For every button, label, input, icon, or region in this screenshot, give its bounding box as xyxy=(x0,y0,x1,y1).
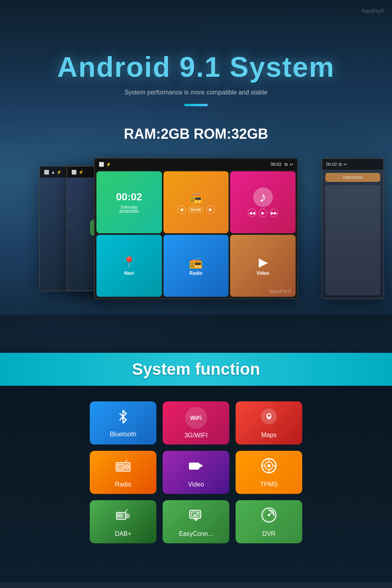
back-icon: ↩ xyxy=(290,162,293,167)
func-tile-radio[interactable]: Radio xyxy=(90,451,156,494)
status-icon-home2: ⬜ xyxy=(71,170,77,175)
hero-section: NaviFly® Android 9.1 System System perfo… xyxy=(0,0,392,353)
tile-clock[interactable]: 00:02 Saturday 2016/10/01 xyxy=(96,171,162,233)
tpms-icon xyxy=(260,457,278,478)
navifly-mark: NaviFly® xyxy=(269,288,291,294)
tile-music[interactable]: ♪ ◀◀ ▶ ▶▶ xyxy=(230,171,296,233)
svg-line-11 xyxy=(125,459,127,463)
back-right: ↩ xyxy=(343,162,347,167)
radio-wave-icon: 📻 xyxy=(189,191,203,204)
time-right: 00:02 xyxy=(326,162,337,167)
music-next-btn[interactable]: ▶▶ xyxy=(270,209,278,217)
func-tile-tpms[interactable]: TPMS xyxy=(236,451,302,494)
svg-point-29 xyxy=(127,515,128,517)
func-tile-dab[interactable]: DAB+ xyxy=(90,500,156,543)
func-tile-easyconn[interactable]: EasyConn... xyxy=(163,500,229,543)
func-tile-video[interactable]: Video xyxy=(163,451,229,494)
subtitle: System performance is more compatible an… xyxy=(125,89,268,96)
tile-radio[interactable]: 📻 ◀ BAND ▶ xyxy=(163,171,229,233)
window-icon: ⧉ xyxy=(285,162,288,167)
main-title: Android 9.1 System xyxy=(57,51,335,83)
func-tile-dvr[interactable]: DVR xyxy=(236,500,302,543)
music-prev-btn[interactable]: ◀◀ xyxy=(248,209,256,217)
svg-rect-12 xyxy=(189,463,199,470)
easyconn-icon xyxy=(187,506,205,527)
video-icon: ▶ xyxy=(259,256,267,269)
svg-rect-5 xyxy=(118,465,123,469)
svg-point-16 xyxy=(267,464,270,467)
svg-point-10 xyxy=(126,466,128,468)
right-content-area xyxy=(325,185,380,295)
dvr-label: DVR xyxy=(262,530,276,537)
function-grid: Bluetooth WiFi 3G/WIFI G Maps xyxy=(0,386,392,559)
prev-btn[interactable]: ◀ xyxy=(177,205,186,214)
accent-bar xyxy=(184,104,208,106)
video-fn-icon xyxy=(187,457,205,478)
svg-rect-22 xyxy=(118,514,122,517)
music-play-btn[interactable]: ▶ xyxy=(259,209,267,217)
next-btn[interactable]: ▶ xyxy=(206,205,215,214)
tile-navi[interactable]: 📍 Navi xyxy=(96,235,162,297)
status-icon-home: ⬜ xyxy=(44,170,49,175)
dab-icon xyxy=(114,506,132,527)
bluetooth-label: Bluetooth xyxy=(110,431,136,438)
video-fn-label: Video xyxy=(188,481,204,488)
func-tile-wifi[interactable]: WiFi 3G/WIFI xyxy=(163,401,229,445)
status-bar-main: ⬜ ⚡ 00:02 ⧉ ↩ xyxy=(95,159,297,170)
home-grid: 00:02 Saturday 2016/10/01 📻 ◀ BAND ▶ ♪ xyxy=(95,170,297,298)
svg-line-30 xyxy=(125,509,127,512)
home-icon-main: ⬜ xyxy=(99,162,104,167)
window-right: ⧉ xyxy=(339,162,342,167)
brand-tag: NaviFly® xyxy=(362,8,384,14)
radio2-icon: 📻 xyxy=(189,256,203,269)
screen-right: 00:02 ⧉ ↩ Instructions xyxy=(321,158,384,299)
wifi-label: 3G/WIFI xyxy=(184,432,208,439)
func-tile-maps[interactable]: G Maps xyxy=(236,401,302,445)
device-screens: ⬜ ▲ ⚡ 📍 🎚 ⚙ ⬜ ⚡ 📍 🎚 ⚙ ⚙ xyxy=(0,150,392,315)
dab-label: DAB+ xyxy=(115,530,131,537)
svg-point-2 xyxy=(268,414,270,417)
tile-video[interactable]: ▶ Video xyxy=(230,235,296,297)
screen-reflection xyxy=(0,315,392,346)
clock-day: Saturday xyxy=(120,205,138,209)
clock-time: 00:02 xyxy=(116,191,142,203)
right-screen-content: Instructions xyxy=(322,170,383,298)
status-icon-usb: ⚡ xyxy=(78,170,84,175)
func-tile-bluetooth[interactable]: Bluetooth xyxy=(90,401,156,445)
tpms-label: TPMS xyxy=(260,481,278,488)
usb-icon-main: ⚡ xyxy=(106,162,111,167)
svg-marker-13 xyxy=(199,463,203,468)
section-header: System function xyxy=(0,353,392,386)
status-bar-right: 00:02 ⧉ ↩ xyxy=(322,159,383,170)
radio2-label: Radio xyxy=(189,270,202,276)
svg-line-37 xyxy=(269,512,272,515)
radio-fn-label: Radio xyxy=(115,481,131,488)
maps-label: Maps xyxy=(261,432,276,439)
instructions-tile: Instructions xyxy=(325,173,380,182)
music-note-icon: ♪ xyxy=(253,187,273,207)
wifi-icon: WiFi xyxy=(185,407,207,429)
time-display: 00:02 xyxy=(270,162,281,167)
ram-info: RAM:2GB ROM:32GB xyxy=(124,126,268,142)
navi-icon: 📍 xyxy=(122,256,136,269)
tile-radio2[interactable]: 📻 Radio xyxy=(163,235,229,297)
dvr-icon xyxy=(260,506,278,527)
easyconn-label: EasyConn... xyxy=(179,530,213,537)
status-icon-triangle: ▲ ⚡ xyxy=(51,170,62,175)
bluetooth-icon xyxy=(115,408,131,428)
band-btn[interactable]: BAND xyxy=(189,207,203,213)
navi-label: Navi xyxy=(124,270,134,276)
maps-icon: G xyxy=(260,408,278,428)
video-label: Video xyxy=(256,270,269,276)
section-title: System function xyxy=(0,360,392,379)
system-section: System function Bluetooth WiFi 3G/WIFI xyxy=(0,353,392,583)
screen-main: ⬜ ⚡ 00:02 ⧉ ↩ 00:02 Saturday 2016/10/01 … xyxy=(94,158,298,299)
radio-icon xyxy=(114,457,132,478)
clock-date: 2016/10/01 xyxy=(119,209,139,214)
